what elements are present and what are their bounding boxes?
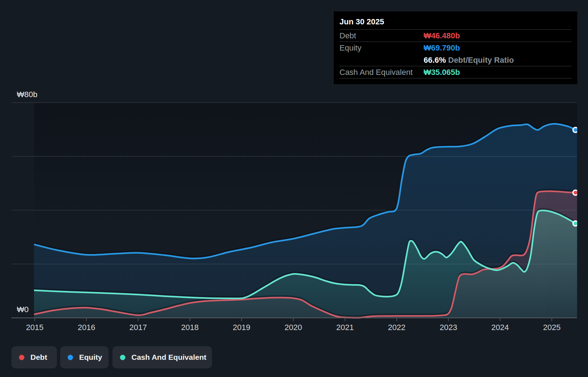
svg-text:2018: 2018 (181, 323, 199, 332)
svg-text:2016: 2016 (78, 323, 95, 332)
svg-text:2020: 2020 (285, 323, 302, 332)
svg-text:2024: 2024 (491, 323, 509, 332)
svg-text:2022: 2022 (388, 323, 405, 332)
svg-text:₩0: ₩0 (17, 305, 29, 314)
svg-text:2015: 2015 (26, 323, 44, 332)
svg-text:₩80b: ₩80b (17, 90, 37, 99)
svg-text:2023: 2023 (440, 323, 457, 332)
svg-text:2021: 2021 (336, 323, 354, 332)
svg-text:2019: 2019 (233, 323, 250, 332)
svg-text:2025: 2025 (543, 323, 561, 332)
svg-text:2017: 2017 (129, 323, 147, 332)
